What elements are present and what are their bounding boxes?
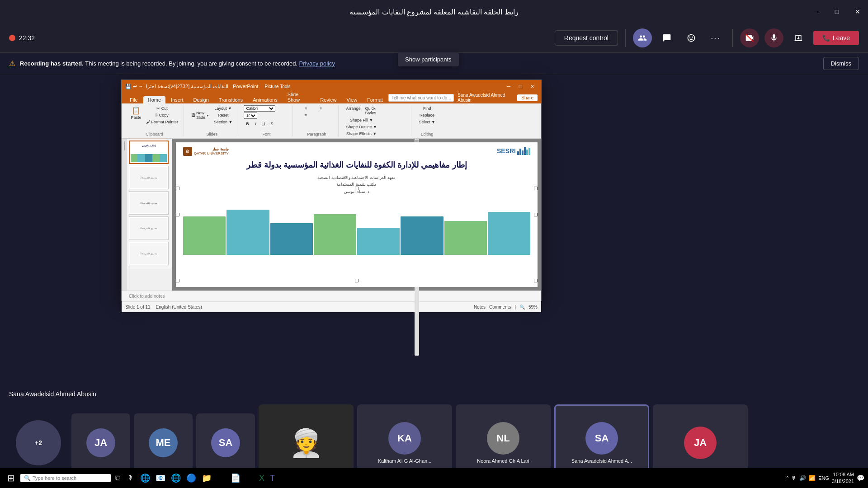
search-bar[interactable]: 🔍 (20, 474, 111, 482)
ppt-maximize[interactable]: □ (515, 81, 526, 92)
tab-home[interactable]: Home (143, 96, 165, 103)
chart-bar (444, 221, 487, 255)
selection-handle-ml[interactable] (176, 213, 179, 216)
maximize-button[interactable]: □ (826, 0, 847, 23)
cut-btn[interactable]: ✂ Cut (144, 105, 180, 112)
shape-fill-btn[interactable]: Shape Fill ▼ (344, 117, 378, 123)
close-button[interactable]: ✕ (847, 0, 868, 23)
tell-me-input[interactable] (388, 94, 454, 102)
reset-btn[interactable]: Reset (212, 112, 234, 118)
participant-ja1[interactable]: JA (71, 413, 130, 472)
mic-toggle-button[interactable] (764, 28, 783, 47)
clock[interactable]: 10:08 AM 3/18/2021 (832, 471, 854, 485)
copy-btn[interactable]: ⎘ Copy (144, 112, 180, 118)
slide-thumb-4[interactable]: 4 محتوى الشريحة 4 (129, 216, 169, 240)
taskbar-search[interactable] (33, 475, 100, 481)
explorer-icon[interactable]: 📁 (200, 473, 213, 483)
selection-handle-tr[interactable] (534, 187, 538, 190)
network-icon[interactable]: 📶 (809, 475, 816, 481)
notes-bar[interactable]: Click to add notes (122, 291, 541, 301)
paste-btn[interactable]: 📋 Paste (129, 105, 143, 125)
video-toggle-button[interactable] (740, 28, 759, 47)
tab-review[interactable]: Review (316, 96, 341, 103)
slide-thumb-1[interactable]: 1 إطار مفاهيمي (129, 141, 169, 164)
selection-handle-bl[interactable] (176, 279, 179, 282)
quick-styles-btn[interactable]: QuickStyles (363, 105, 378, 116)
start-button[interactable]: ⊞ (4, 473, 19, 483)
tab-file[interactable]: File (125, 96, 142, 103)
format-painter-btn[interactable]: 🖌 Format Painter (144, 119, 180, 125)
share-button[interactable]: Share (517, 94, 538, 101)
ppt-close[interactable]: ✕ (527, 81, 538, 92)
tab-insert[interactable]: Insert (166, 96, 188, 103)
extra-count-tile[interactable]: +2 (9, 413, 68, 472)
shape-effects-btn[interactable]: Shape Effects ▼ (344, 131, 378, 137)
outlook-icon[interactable]: 📧 (154, 473, 167, 483)
edge-icon[interactable]: 🌐 (169, 473, 183, 483)
slide-canvas[interactable]: 🏛 جامعة قطر QATAR UNIVERSITY SESRI (176, 142, 538, 287)
arrange-btn[interactable]: Arrange (344, 105, 362, 116)
tab-transitions[interactable]: Transitions (214, 96, 247, 103)
share-screen-button[interactable] (789, 28, 808, 47)
strikethrough-btn[interactable]: S (268, 121, 275, 127)
reactions-button[interactable] (682, 28, 701, 47)
tab-slideshow[interactable]: Slide Show (283, 91, 315, 103)
teams-icon[interactable]: T (268, 474, 277, 483)
dismiss-button[interactable]: Dismiss (823, 57, 859, 70)
participant-sa1[interactable]: SA (196, 413, 255, 472)
taskview-button[interactable]: ⧉ (113, 474, 123, 482)
slide-thumb-3[interactable]: 3 محتوى الشريحة 3 (129, 191, 169, 215)
comments-btn[interactable]: Comments (489, 305, 511, 310)
selection-handle-tm[interactable] (355, 187, 359, 190)
volume-icon[interactable]: 🔊 (799, 475, 806, 481)
select-btn[interactable]: Select ▼ (417, 119, 437, 125)
bold-btn[interactable]: B (244, 121, 251, 127)
selection-handle-tl[interactable] (176, 187, 179, 190)
selection-handle-bm[interactable] (355, 279, 359, 282)
tab-animations[interactable]: Animations (248, 96, 282, 103)
align-right-btn[interactable]: ≡ (298, 112, 313, 118)
request-control-button[interactable]: Request control (555, 30, 618, 46)
font-family-select[interactable]: Calibri (244, 105, 275, 112)
tab-design[interactable]: Design (189, 96, 213, 103)
shape-outline-btn[interactable]: Shape Outline ▼ (344, 124, 378, 130)
selection-handle-br[interactable] (534, 279, 538, 282)
section-btn[interactable]: Section ▼ (212, 119, 234, 125)
italic-btn[interactable]: I (252, 121, 259, 127)
notification-icon[interactable]: 💬 (857, 474, 864, 482)
font-size-select[interactable]: 10 (244, 113, 257, 119)
participants-button[interactable] (633, 28, 652, 47)
minimize-button[interactable]: ─ (806, 0, 826, 23)
store-icon[interactable]: 🛍 (215, 474, 227, 483)
chrome-icon[interactable]: 🔵 (184, 473, 198, 483)
ppt-statusbar: Slide 1 of 11 English (United States) No… (122, 301, 541, 312)
more-options-button[interactable]: ··· (706, 28, 725, 47)
word-icon[interactable]: W (244, 474, 255, 483)
slide-thumb-2[interactable]: 2 محتوى الشريحة 2 (129, 166, 169, 189)
selection-handle-mr[interactable] (534, 213, 538, 216)
lang-indicator[interactable]: ENG (818, 475, 829, 481)
underline-btn[interactable]: U (260, 121, 267, 127)
excel-icon[interactable]: X (257, 474, 266, 483)
new-slide-btn[interactable]: 🖼NewSlide ▼ (189, 105, 211, 125)
participant-me[interactable]: ME (134, 413, 193, 472)
tab-view[interactable]: View (342, 96, 362, 103)
edge-legacy-icon[interactable]: 🌐 (138, 473, 152, 483)
acrobat-icon[interactable]: 📄 (229, 473, 242, 483)
slide-thumb-5[interactable]: 5 محتوى الشريحة 5 (129, 242, 169, 265)
align-center-btn[interactable]: ≡ (313, 105, 328, 112)
privacy-policy-link[interactable]: Privacy policy (299, 60, 335, 67)
tab-format[interactable]: Format (363, 96, 387, 103)
chat-button[interactable] (657, 28, 676, 47)
cortana-button[interactable]: 🎙 (125, 474, 137, 482)
replace-btn[interactable]: Replace (417, 112, 437, 118)
sana-name: Sana Awadelsid Ahmed A... (568, 458, 636, 464)
layout-btn[interactable]: Layout ▼ (212, 105, 234, 112)
notes-btn[interactable]: Notes (474, 305, 486, 310)
find-btn[interactable]: Find (417, 105, 437, 112)
ppt-minimize[interactable]: ─ (503, 81, 514, 92)
leave-button[interactable]: 📞 Leave (813, 31, 859, 45)
align-left-btn[interactable]: ≡ (298, 105, 313, 112)
chart-bar (226, 210, 269, 255)
show-hidden-icons[interactable]: ^ (787, 476, 789, 481)
